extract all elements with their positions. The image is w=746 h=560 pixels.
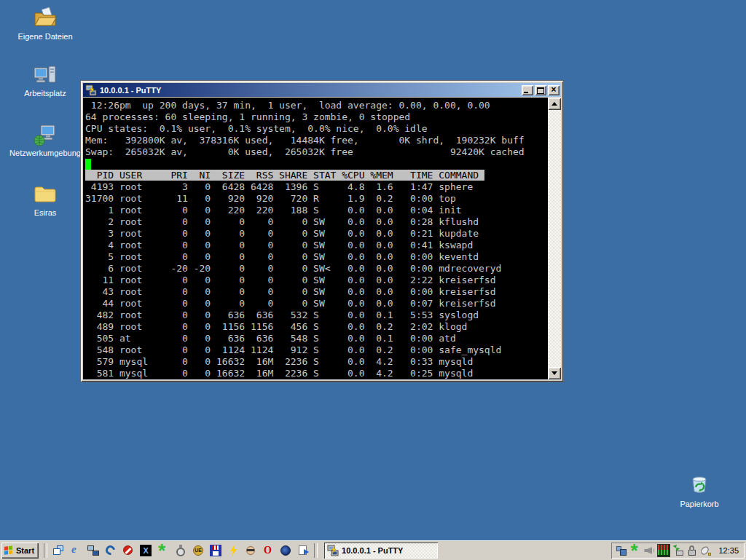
- taskbar-divider: [44, 543, 47, 558]
- folder-icon: [33, 182, 58, 207]
- arrow-up-icon: [551, 102, 557, 106]
- terminal-line: 43 root 0 0 0 0 0 SW 0.0 0.0 0:00 kreise…: [85, 286, 548, 298]
- lightning-icon[interactable]: [227, 545, 239, 556]
- terminal-line: Swap: 265032K av, 0K used, 265032K free …: [85, 146, 548, 158]
- desktop-icon-arbeitsplatz[interactable]: Arbeitsplatz: [4, 63, 86, 98]
- terminal-line: 64 processes: 60 sleeping, 1 running, 3 …: [85, 111, 548, 123]
- taskbar-button-label: 10.0.0.1 - PuTTY: [342, 546, 403, 555]
- no-entry-icon[interactable]: [122, 545, 134, 556]
- close-icon: ×: [548, 85, 560, 95]
- quick-launch: [50, 545, 312, 556]
- icq-flower-icon[interactable]: [629, 545, 641, 556]
- desktop-icon-esiras[interactable]: Esiras: [4, 182, 86, 217]
- putty-icon[interactable]: [87, 545, 99, 556]
- scrollbar[interactable]: [548, 98, 561, 379]
- floppy-icon[interactable]: [210, 545, 221, 556]
- terminal-line: 548 root 0 0 1124 1124 912 S 0.0 0.2 0:0…: [85, 344, 548, 356]
- swirl-icon[interactable]: [105, 545, 117, 556]
- system-tray: 12:35: [611, 543, 745, 559]
- desktop-icon-papierkorb[interactable]: Papierkorb: [659, 473, 740, 508]
- terminal-line: 44 root 0 0 0 0 0 SW 0.0 0.0 0:07 kreise…: [85, 298, 548, 309]
- mouse-icon[interactable]: [700, 545, 712, 556]
- scroll-down-button[interactable]: [548, 367, 561, 379]
- window-title: 10.0.0.1 - PuTTY: [100, 86, 520, 95]
- lock-icon[interactable]: [686, 545, 698, 556]
- maximize-icon: [537, 87, 544, 94]
- scroll-up-button[interactable]: [548, 98, 561, 110]
- volume-icon[interactable]: [643, 545, 655, 556]
- terminal-line: 1 root 0 0 220 220 188 S 0.0 0.0 0:04 in…: [85, 205, 548, 216]
- arrow-down-icon: [551, 371, 557, 375]
- my-computer-icon: [33, 63, 58, 87]
- terminal-line: 11 root 0 0 0 0 0 SW 0.0 0.0 2:22 kreise…: [85, 275, 548, 286]
- terminal-line: 581 mysql 0 0 16632 16M 2236 S 0.0 4.2 0…: [85, 368, 548, 379]
- minimize-button[interactable]: [522, 85, 533, 95]
- tray-icons: [616, 544, 712, 557]
- terminal-line: 489 root 0 0 1156 1156 456 S 0.0 0.2 2:0…: [85, 321, 548, 333]
- taskbar-putty-button[interactable]: 10.0.0.1 - PuTTY: [324, 543, 438, 559]
- blocks-icon[interactable]: [616, 545, 627, 556]
- face-icon[interactable]: [245, 545, 256, 556]
- icq-flower-icon[interactable]: [157, 545, 169, 556]
- desktop-icon-label: Arbeitsplatz: [4, 89, 86, 98]
- start-label: Start: [16, 546, 34, 555]
- terminal-line: PID USER PRI NI SIZE RSS SHARE STAT %CPU…: [85, 170, 548, 181]
- windows-logo-icon: [4, 545, 14, 556]
- stopwatch-icon[interactable]: [175, 545, 186, 556]
- recycle-bin-icon: [687, 473, 712, 498]
- ultraedit-icon[interactable]: [192, 545, 204, 556]
- maximize-button[interactable]: [535, 85, 546, 95]
- traffic-meter-icon[interactable]: [657, 544, 670, 557]
- desktop: Eigene Dateien Arbeitsplatz Netzwerkumge…: [0, 0, 746, 560]
- document-icon[interactable]: [297, 545, 309, 556]
- terminal-cursor: [85, 159, 91, 170]
- terminal-line: Mem: 392800K av, 378316K used, 14484K fr…: [85, 135, 548, 146]
- window-titlebar[interactable]: 10.0.0.1 - PuTTY ×: [83, 83, 561, 97]
- terminal-line: 505 at 0 0 636 636 548 S 0.0 0.1 0:00 at…: [85, 333, 548, 344]
- desktop-icon-label: Eigene Dateien: [4, 32, 86, 41]
- taskbar-clock[interactable]: 12:35: [718, 546, 739, 555]
- desktop-icon-label: Netzwerkumgebung: [4, 149, 86, 157]
- globe-icon[interactable]: [280, 545, 291, 556]
- terminal-line: 5 root 0 0 0 0 0 SW 0.0 0.0 0:00 keventd: [85, 251, 548, 263]
- terminal-line: 482 root 0 0 636 636 532 S 0.0 0.1 5:53 …: [85, 309, 548, 321]
- desktop-icon-eigene-dateien[interactable]: Eigene Dateien: [4, 6, 86, 41]
- putty-icon: [327, 545, 339, 556]
- terminal-line: 4 root 0 0 0 0 0 SW 0.0 0.0 0:41 kswapd: [85, 240, 548, 251]
- process-table-header: PID USER PRI NI SIZE RSS SHARE STAT %CPU…: [85, 170, 484, 181]
- terminal-screen[interactable]: 12:26pm up 200 days, 37 min, 1 user, loa…: [83, 98, 548, 379]
- terminal-line: 2 root 0 0 0 0 0 SW 0.0 0.0 0:28 kflushd: [85, 216, 548, 228]
- taskbar: Start 10.0.0.1 - PuTTY 12:35: [0, 540, 746, 560]
- terminal-line: 12:26pm up 200 days, 37 min, 1 user, loa…: [85, 100, 548, 111]
- terminal-line: 3 root 0 0 0 0 0 SW 0.0 0.0 0:21 kupdate: [85, 228, 548, 240]
- desktop-icon-label: Esiras: [4, 208, 86, 217]
- terminal-line: 6 root -20 -20 0 0 0 SW< 0.0 0.0 0:00 md…: [85, 263, 548, 275]
- start-button[interactable]: Start: [1, 543, 39, 559]
- opera-icon[interactable]: [262, 545, 274, 556]
- terminal-line: 579 mysql 0 0 16632 16M 2236 S 0.0 4.2 0…: [85, 356, 548, 368]
- taskbar-divider: [314, 543, 318, 558]
- desktop-icon-netzwerkumgebung[interactable]: Netzwerkumgebung: [4, 122, 86, 157]
- show-desktop-icon[interactable]: [52, 545, 64, 556]
- putty-icon: [85, 84, 97, 96]
- minimize-icon: [524, 92, 528, 93]
- close-button[interactable]: ×: [548, 85, 560, 95]
- desktop-icon-label: Papierkorb: [659, 500, 740, 508]
- internet-explorer-icon[interactable]: [70, 545, 82, 556]
- network-neighborhood-icon: [33, 122, 58, 147]
- putty-window: 10.0.0.1 - PuTTY × 12:26pm up 200 days, …: [81, 81, 563, 382]
- my-documents-folder-icon: [33, 6, 58, 31]
- terminal-line: 4193 root 3 0 6428 6428 1396 S 4.8 1.6 1…: [85, 181, 548, 193]
- x-window-icon[interactable]: [140, 545, 152, 556]
- sync-icon[interactable]: [672, 545, 684, 556]
- terminal-line: 31700 root 11 0 920 920 720 R 1.9 0.2 0:…: [85, 193, 548, 205]
- terminal-line: [85, 158, 548, 170]
- terminal-line: CPU states: 0.1% user, 0.1% system, 0.0%…: [85, 123, 548, 135]
